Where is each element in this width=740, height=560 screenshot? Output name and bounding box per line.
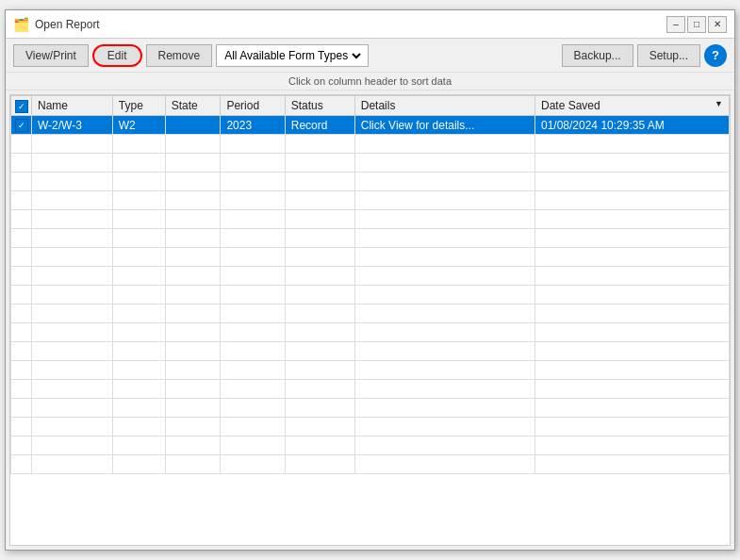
subtitle-bar: Click on column header to sort data (6, 73, 734, 91)
table-row (11, 191, 730, 210)
table-container[interactable]: ✓ Name Type State Period Statu (9, 94, 731, 546)
edit-button[interactable]: Edit (92, 44, 142, 67)
title-bar-left: 🗂️ Open Report (13, 17, 100, 32)
col-header-date-saved[interactable]: Date Saved ▼ (534, 96, 729, 116)
col-header-period[interactable]: Period (221, 96, 285, 116)
table-row (11, 248, 730, 267)
col-header-name[interactable]: Name (32, 96, 113, 116)
col-header-state[interactable]: State (165, 96, 221, 116)
table-row (11, 286, 730, 305)
subtitle-text: Click on column header to sort data (288, 75, 452, 87)
table-row (11, 267, 730, 286)
toolbar: View/Print Edit Remove All Available For… (6, 39, 734, 73)
form-type-dropdown[interactable]: All Available Form Types W2 1099 940 941 (216, 44, 369, 67)
window-title: Open Report (35, 18, 100, 31)
view-print-button[interactable]: View/Print (13, 44, 89, 67)
table-row (11, 455, 730, 474)
maximize-button[interactable]: □ (687, 16, 706, 33)
table-row (11, 361, 730, 380)
setup-button[interactable]: Setup... (637, 44, 700, 67)
remove-button[interactable]: Remove (146, 44, 213, 67)
row-checkbox[interactable]: ✓ (15, 119, 28, 132)
cell-state (165, 116, 221, 135)
table-row (11, 305, 730, 323)
col-header-checkbox[interactable]: ✓ (11, 96, 32, 116)
table-row (11, 173, 730, 191)
window-icon: 🗂️ (13, 17, 29, 32)
cell-period: 2023 (221, 116, 285, 135)
table-row (11, 154, 730, 173)
form-type-select[interactable]: All Available Form Types W2 1099 940 941 (221, 48, 364, 63)
table-row (11, 418, 730, 436)
table-row (11, 229, 730, 248)
table-row[interactable]: ✓ W-2/W-3 W2 2023 Record Click View for … (11, 116, 730, 135)
table-header-row: ✓ Name Type State Period Statu (11, 96, 730, 116)
minimize-button[interactable]: – (666, 16, 685, 33)
title-bar-controls: – □ ✕ (666, 16, 727, 33)
table-row (11, 342, 730, 361)
row-checkbox-cell[interactable]: ✓ (11, 116, 32, 135)
main-window: 🗂️ Open Report – □ ✕ View/Print Edit Rem… (5, 9, 735, 551)
table-row (11, 135, 730, 154)
header-checkbox[interactable]: ✓ (15, 100, 28, 113)
cell-type: W2 (112, 116, 165, 135)
col-header-details[interactable]: Details (354, 96, 534, 116)
col-header-status[interactable]: Status (285, 96, 354, 116)
cell-details: Click View for details... (354, 116, 534, 135)
title-bar: 🗂️ Open Report – □ ✕ (6, 10, 734, 39)
cell-date-saved: 01/08/2024 10:29:35 AM (534, 116, 729, 135)
col-header-type[interactable]: Type (112, 96, 165, 116)
sort-arrow-icon: ▼ (715, 99, 723, 108)
help-button[interactable]: ? (704, 44, 727, 67)
cell-name: W-2/W-3 (32, 116, 113, 135)
table-row (11, 399, 730, 418)
table-row (11, 436, 730, 455)
close-button[interactable]: ✕ (708, 16, 727, 33)
cell-status: Record (285, 116, 354, 135)
backup-button[interactable]: Backup... (562, 44, 633, 67)
table-row (11, 323, 730, 342)
table-row (11, 210, 730, 229)
toolbar-right: Backup... Setup... ? (562, 44, 727, 67)
table-row (11, 380, 730, 399)
data-table: ✓ Name Type State Period Statu (10, 95, 730, 474)
